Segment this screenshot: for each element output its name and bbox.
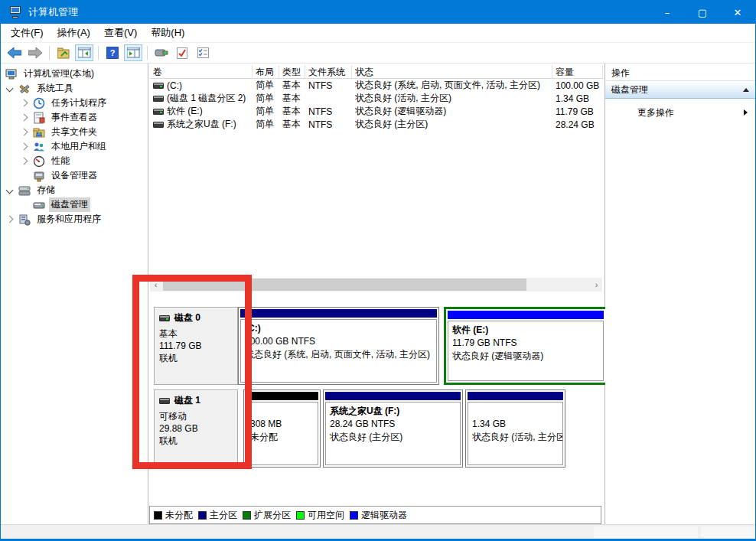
partition-color-bar bbox=[468, 392, 563, 400]
chevron-right-icon[interactable] bbox=[21, 99, 28, 107]
column-capacity[interactable]: 容量 bbox=[552, 65, 603, 78]
window-bottom-border bbox=[1, 539, 755, 540]
legend-logical-drive: 逻辑驱动器 bbox=[350, 509, 407, 522]
partition-disk1-part2[interactable]: 1.34 GB 状态良好 (活动, 主分区) bbox=[465, 389, 565, 468]
console-tree-toggle-icon[interactable] bbox=[75, 44, 93, 61]
device-manager-icon bbox=[33, 170, 45, 182]
partition-size: 11.79 GB NTFS bbox=[452, 337, 599, 350]
back-arrow-icon[interactable] bbox=[5, 44, 24, 61]
partition-unallocated[interactable]: 308 MB 未分配 bbox=[243, 389, 321, 468]
svg-text:?: ? bbox=[110, 48, 116, 57]
chevron-right-icon[interactable] bbox=[6, 216, 14, 223]
device-icon[interactable] bbox=[152, 44, 171, 61]
partition-name: 软件 (E:) bbox=[452, 324, 599, 337]
volume-row-disk1-part2[interactable]: (磁盘 1 磁盘分区 2) 简单 基本 状态良好 (活动, 主分区) 1.34 … bbox=[150, 92, 603, 105]
disk-management-icon bbox=[33, 199, 45, 211]
scroll-left-icon[interactable]: ‹ bbox=[150, 278, 161, 292]
scrollbar-thumb[interactable] bbox=[163, 279, 526, 291]
tree-item-device-manager[interactable]: 设备管理器 bbox=[1, 168, 148, 183]
volume-row-f[interactable]: 系统之家U盘 (F:) 简单 基本 NTFS 状态良好 (主分区) 28.24 … bbox=[150, 118, 603, 131]
menu-help[interactable]: 帮助(H) bbox=[144, 23, 191, 43]
disk-0-row: 磁盘 0 基本 111.79 GB 联机 (C:) 100.00 GB NTFS… bbox=[154, 307, 602, 385]
tree-item-label: 本地用户和组 bbox=[49, 139, 109, 154]
tree-item-storage[interactable]: 存储 bbox=[1, 183, 148, 197]
help-icon[interactable]: ? bbox=[103, 44, 122, 61]
chevron-right-icon[interactable] bbox=[21, 114, 28, 122]
extended-partition-container[interactable]: 软件 (E:) 11.79 GB NTFS 状态良好 (逻辑驱动器) bbox=[444, 307, 608, 385]
chevron-right-icon[interactable] bbox=[21, 143, 28, 151]
column-type[interactable]: 类型 bbox=[279, 65, 305, 78]
task-scheduler-icon bbox=[33, 97, 45, 109]
checklist-icon[interactable] bbox=[194, 44, 212, 61]
close-button[interactable]: ✕ bbox=[720, 1, 755, 24]
column-layout[interactable]: 布局 bbox=[253, 65, 279, 78]
chevron-right-icon[interactable] bbox=[21, 158, 28, 165]
disk-0-info-panel[interactable]: 磁盘 0 基本 111.79 GB 联机 bbox=[154, 307, 238, 385]
partition-f[interactable]: 系统之家U盘 (F:) 28.24 GB NTFS 状态良好 (主分区) bbox=[323, 389, 463, 468]
disk-kind: 基本 bbox=[159, 328, 233, 340]
tree-item-computer-management[interactable]: 计算机管理(本地) bbox=[1, 67, 148, 81]
volume-icon bbox=[153, 122, 164, 128]
legend-unallocated: 未分配 bbox=[154, 509, 193, 522]
tree-item-services-applications[interactable]: 服务和应用程序 bbox=[1, 212, 148, 227]
disk-status: 联机 bbox=[159, 352, 233, 364]
menu-view[interactable]: 查看(V) bbox=[97, 23, 144, 43]
maximize-button[interactable]: ▢ bbox=[685, 1, 720, 24]
menu-bar: 文件(F) 操作(A) 查看(V) 帮助(H) bbox=[1, 24, 755, 43]
toolbar-separator bbox=[49, 46, 50, 60]
disk-icon bbox=[159, 398, 170, 404]
actions-pane: 操作 磁盘管理 更多操作 bbox=[605, 64, 755, 526]
partition-color-bar bbox=[240, 309, 437, 318]
column-volume[interactable]: 卷 bbox=[150, 65, 253, 78]
volume-row-e[interactable]: 软件 (E:) 简单 基本 NTFS 状态良好 (逻辑驱动器) 11.79 GB bbox=[150, 105, 603, 118]
app-icon bbox=[8, 6, 22, 18]
minimize-button[interactable]: – bbox=[650, 1, 685, 24]
shared-folders-icon bbox=[33, 126, 45, 139]
check-document-icon[interactable] bbox=[173, 44, 191, 61]
tree-item-label: 计算机管理(本地) bbox=[21, 67, 96, 81]
tree-item-local-users-groups[interactable]: 本地用户和组 bbox=[1, 139, 148, 154]
toolbar-separator bbox=[147, 46, 148, 60]
partition-status: 状态良好 (活动, 主分区) bbox=[472, 431, 559, 444]
partition-status: 状态良好 (逻辑驱动器) bbox=[452, 350, 599, 363]
chevron-down-icon[interactable] bbox=[6, 187, 14, 194]
services-icon bbox=[18, 213, 31, 226]
tree-item-disk-management[interactable]: 磁盘管理 bbox=[1, 197, 148, 212]
partition-size: 1.34 GB bbox=[472, 418, 559, 431]
tree-item-label: 设备管理器 bbox=[49, 168, 99, 183]
partition-size: 308 MB bbox=[250, 418, 314, 431]
tree-item-system-tools[interactable]: 系统工具 bbox=[1, 81, 148, 96]
disk-1-info-panel[interactable]: 磁盘 1 可移动 29.88 GB 联机 bbox=[154, 389, 238, 468]
chevron-down-icon[interactable] bbox=[6, 85, 14, 93]
chevron-right-icon[interactable] bbox=[21, 129, 28, 136]
more-actions-item[interactable]: 更多操作 bbox=[605, 105, 755, 120]
disk-1-row: 磁盘 1 可移动 29.88 GB 联机 308 MB 未分配 系统之家U盘 (… bbox=[154, 389, 602, 468]
computer-icon bbox=[5, 68, 18, 80]
tree-item-label: 磁盘管理 bbox=[49, 197, 90, 212]
menu-file[interactable]: 文件(F) bbox=[4, 23, 51, 43]
tree-item-performance[interactable]: 性能 bbox=[1, 154, 148, 168]
collapse-icon[interactable] bbox=[743, 88, 749, 92]
tree-item-event-viewer[interactable]: 事件查看器 bbox=[1, 110, 148, 125]
action-pane-toggle-icon[interactable] bbox=[124, 44, 142, 61]
column-filesystem[interactable]: 文件系统 bbox=[305, 65, 352, 78]
actions-section-disk-management[interactable]: 磁盘管理 bbox=[605, 82, 755, 99]
partition-c[interactable]: (C:) 100.00 GB NTFS 状态良好 (系统, 启动, 页面文件, … bbox=[238, 307, 439, 385]
forward-arrow-icon[interactable] bbox=[26, 44, 44, 61]
menu-action[interactable]: 操作(A) bbox=[51, 23, 97, 43]
horizontal-scrollbar[interactable]: ‹ › bbox=[150, 278, 602, 292]
partition-color-bar bbox=[246, 392, 318, 400]
partition-size: 28.24 GB NTFS bbox=[330, 418, 456, 431]
volume-row-c[interactable]: (C:) 简单 基本 NTFS 状态良好 (系统, 启动, 页面文件, 活动, … bbox=[150, 79, 603, 92]
partition-name: 系统之家U盘 (F:) bbox=[330, 405, 456, 418]
actions-title: 操作 bbox=[605, 64, 755, 81]
scroll-right-icon[interactable]: › bbox=[591, 278, 602, 292]
column-status[interactable]: 状态 bbox=[352, 65, 552, 78]
tree-item-label: 系统工具 bbox=[34, 81, 76, 96]
partition-legend: 未分配 主分区 扩展分区 可用空间 逻辑驱动器 bbox=[149, 506, 601, 524]
tree-item-task-scheduler[interactable]: 任务计划程序 bbox=[1, 96, 148, 110]
toolbar-separator bbox=[98, 46, 99, 60]
export-folder-icon[interactable] bbox=[54, 44, 73, 61]
partition-size: 100.00 GB NTFS bbox=[245, 335, 432, 348]
tree-item-shared-folders[interactable]: 共享文件夹 bbox=[1, 125, 148, 139]
